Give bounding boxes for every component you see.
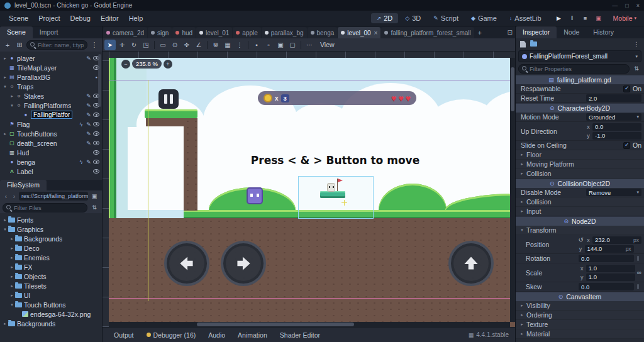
- scene-node-benga[interactable]: ●bengaϟ✎: [0, 157, 102, 167]
- renderer-select[interactable]: Mobile ▾: [609, 13, 640, 23]
- scale-x-field[interactable]: 1.0: [586, 265, 635, 272]
- script-icon[interactable]: ✎: [85, 93, 92, 99]
- signal-icon[interactable]: ϟ: [77, 159, 85, 165]
- fs-item-endesga-64-32x-png[interactable]: endesga-64-32x.png: [0, 309, 102, 319]
- fs-item-deco[interactable]: ▸Deco: [0, 243, 102, 253]
- expand-arrow-icon[interactable]: ▾: [2, 84, 8, 89]
- inspector-tab-node[interactable]: Node: [557, 26, 586, 38]
- scene-node-stakes[interactable]: ▸○Stakes✎: [0, 91, 102, 101]
- snap-options-button[interactable]: ⋮: [234, 40, 245, 50]
- group-object-button[interactable]: ▣: [275, 40, 286, 50]
- expand-arrow-icon[interactable]: ▸: [2, 131, 8, 136]
- expand-arrow-icon[interactable]: ▸: [9, 255, 15, 260]
- reset-time-field[interactable]: 2.0: [586, 94, 641, 102]
- visibility-icon[interactable]: [93, 150, 99, 155]
- ungroup-object-button[interactable]: ▢: [287, 40, 298, 50]
- close-tab-icon[interactable]: ×: [374, 30, 378, 36]
- enemy-sprite[interactable]: [247, 187, 263, 204]
- inspector-tab-history[interactable]: History: [586, 26, 621, 38]
- scene-canvas[interactable]: x 3 ♥♥♥ Press < & > Button to move: [109, 58, 515, 327]
- history-forward-icon[interactable]: ›: [11, 193, 18, 200]
- movie-mode-button[interactable]: ▣: [593, 13, 604, 24]
- expand-arrow-icon[interactable]: ▸: [9, 236, 15, 241]
- inspector-group-collision[interactable]: ▸Collision: [516, 169, 644, 179]
- current-path[interactable]: res://Script/falling_platform.g: [19, 192, 88, 201]
- script-icon[interactable]: ✎: [85, 55, 92, 62]
- guide-line-top[interactable]: [109, 80, 515, 80]
- scale-tool-button[interactable]: ◳: [140, 40, 152, 50]
- bottom-panel-output[interactable]: Output: [109, 330, 139, 340]
- expand-arrow-icon[interactable]: ▸: [2, 218, 8, 223]
- expand-arrow-icon[interactable]: ▾: [9, 103, 15, 108]
- inspector-group-visibility[interactable]: ▸Visibility: [516, 301, 644, 311]
- scene-node-hud[interactable]: ▥Hud: [0, 148, 102, 157]
- fs-item-tilesets[interactable]: ▸Tilesets: [0, 281, 102, 290]
- scene-tab-falling-platform-forest-small[interactable]: falling_platform_forest_small: [381, 27, 474, 38]
- fs-item-backgrounds[interactable]: ▸Backgrounds: [0, 319, 102, 328]
- v-scrollbar[interactable]: [510, 58, 515, 322]
- expand-arrow-icon[interactable]: ▸: [2, 75, 8, 80]
- zoom-in-button[interactable]: +: [164, 60, 172, 69]
- rotate-tool-button[interactable]: ↻: [128, 40, 140, 50]
- fs-item-objects[interactable]: ▸Objects: [0, 272, 102, 281]
- rotation-field[interactable]: 0.0: [579, 255, 634, 262]
- bottom-panel-debugger-16[interactable]: Debugger (16): [142, 330, 201, 340]
- script-icon[interactable]: ✎: [85, 121, 92, 128]
- bottom-panel-animation[interactable]: Animation: [233, 330, 272, 340]
- expand-arrow-icon[interactable]: ▸: [9, 274, 15, 279]
- signal-icon[interactable]: ϟ: [77, 121, 85, 128]
- sort-files-icon[interactable]: ⇅: [89, 202, 99, 212]
- visibility-icon[interactable]: [93, 160, 99, 164]
- more-options-button[interactable]: ⋯: [304, 40, 315, 50]
- scale-y-field[interactable]: 1.0: [586, 273, 635, 281]
- respawnable-checkbox[interactable]: ✓: [623, 86, 630, 92]
- expand-arrow-icon[interactable]: ▸: [9, 265, 15, 270]
- visibility-icon[interactable]: [93, 169, 99, 174]
- script-icon[interactable]: ✎: [85, 112, 92, 118]
- workspace-script[interactable]: ✎Script: [428, 13, 464, 23]
- inspector-group-texture[interactable]: ▸Texture: [516, 320, 644, 329]
- slide-on-ceiling-checkbox[interactable]: ✓: [623, 142, 630, 149]
- ruler-tool-button[interactable]: ∠: [193, 40, 204, 50]
- workspace-2d[interactable]: ↗2D: [371, 13, 399, 23]
- fs-item-backgrounds[interactable]: ▸Backgrounds: [0, 234, 102, 243]
- value-slider[interactable]: [635, 283, 641, 290]
- play-button[interactable]: ▶: [553, 13, 565, 24]
- scene-tab-camera-2d[interactable]: camera_2d: [103, 27, 147, 38]
- fs-item-touch-buttons[interactable]: ▾Touch Buttons: [0, 300, 102, 309]
- inspector-tab-inspector[interactable]: Inspector: [516, 26, 557, 38]
- scrollbar[interactable]: [98, 54, 101, 107]
- expand-arrow-icon[interactable]: ▸: [9, 293, 15, 298]
- version-info[interactable]: ▦ 4.4.1.stable: [469, 331, 509, 338]
- scene-tree-menu-button[interactable]: ⋮: [89, 40, 99, 50]
- zoom-out-button[interactable]: −: [121, 60, 130, 69]
- smart-snap-button[interactable]: ⋓: [210, 40, 221, 50]
- filesystem-filter-input[interactable]: [14, 204, 84, 211]
- scene-node-parallaxbg[interactable]: ▸▤ParallaxBG▪: [0, 72, 102, 82]
- scene-tab-apple[interactable]: apple: [233, 27, 260, 38]
- script-icon[interactable]: ✎: [85, 159, 92, 165]
- 2d-viewport[interactable]: x 3 ♥♥♥ Press < & > Button to move: [103, 52, 515, 327]
- inspector-group-moving-platform[interactable]: ▸Moving Platform: [516, 160, 644, 169]
- inspector-group-collision[interactable]: ▸Collision: [516, 197, 644, 207]
- history-back-icon[interactable]: ‹: [3, 193, 9, 200]
- script-icon[interactable]: ✎: [85, 131, 92, 137]
- inspector-group-input[interactable]: ▸Input: [516, 207, 644, 216]
- workspace-assetlib[interactable]: ↓AssetLib: [504, 13, 547, 23]
- bottom-panel-audio[interactable]: Audio: [203, 330, 230, 340]
- list-select-tool-button[interactable]: ▭: [157, 40, 169, 50]
- inspector-category-characterbody2d[interactable]: ⊙CharacterBody2D: [516, 103, 644, 113]
- scene-panel-tab-import[interactable]: Import: [33, 26, 65, 38]
- h-scrollbar[interactable]: [109, 322, 510, 327]
- fs-item-enemies[interactable]: ▸Enemies: [0, 253, 102, 262]
- edited-node-selector[interactable]: FallingPlatformForest_small ▾: [518, 50, 641, 62]
- position-y-field[interactable]: 144.0px: [585, 245, 634, 253]
- pan-tool-button[interactable]: ✜: [181, 40, 192, 50]
- expand-arrow-icon[interactable]: ▸: [2, 56, 8, 61]
- new-resource-icon[interactable]: [520, 41, 526, 48]
- expand-arrow-icon[interactable]: ▸: [9, 284, 15, 289]
- expand-arrow-icon[interactable]: ▾: [9, 302, 15, 307]
- scene-node-traps[interactable]: ▾○Traps: [0, 82, 102, 91]
- scene-node-death-screen[interactable]: ▢death_screen✎: [0, 138, 102, 148]
- scene-node-label[interactable]: ALabel: [0, 167, 102, 176]
